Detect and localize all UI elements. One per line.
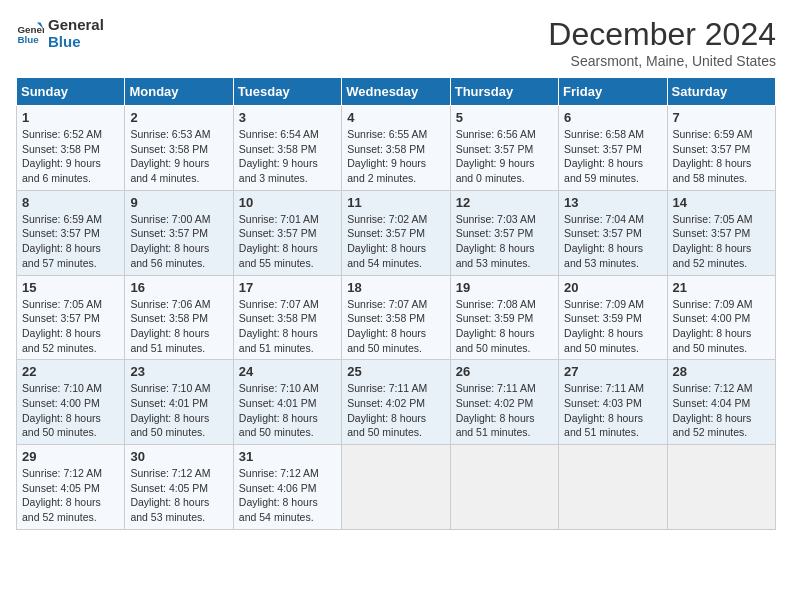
calendar-cell: 13Sunrise: 7:04 AMSunset: 3:57 PMDayligh… [559,190,667,275]
day-info: Sunrise: 7:05 AMSunset: 3:57 PMDaylight:… [22,297,119,356]
day-number: 29 [22,449,119,464]
day-number: 8 [22,195,119,210]
calendar-cell: 23Sunrise: 7:10 AMSunset: 4:01 PMDayligh… [125,360,233,445]
calendar-cell: 14Sunrise: 7:05 AMSunset: 3:57 PMDayligh… [667,190,775,275]
day-number: 14 [673,195,770,210]
calendar-cell: 21Sunrise: 7:09 AMSunset: 4:00 PMDayligh… [667,275,775,360]
calendar-cell: 7Sunrise: 6:59 AMSunset: 3:57 PMDaylight… [667,106,775,191]
day-number: 18 [347,280,444,295]
day-number: 27 [564,364,661,379]
calendar-cell [450,445,558,530]
day-number: 26 [456,364,553,379]
day-header-monday: Monday [125,78,233,106]
day-number: 10 [239,195,336,210]
calendar-cell: 25Sunrise: 7:11 AMSunset: 4:02 PMDayligh… [342,360,450,445]
day-number: 11 [347,195,444,210]
day-number: 9 [130,195,227,210]
calendar-cell: 12Sunrise: 7:03 AMSunset: 3:57 PMDayligh… [450,190,558,275]
day-info: Sunrise: 7:10 AMSunset: 4:01 PMDaylight:… [130,381,227,440]
day-header-saturday: Saturday [667,78,775,106]
day-number: 1 [22,110,119,125]
day-info: Sunrise: 7:09 AMSunset: 3:59 PMDaylight:… [564,297,661,356]
week-row-5: 29Sunrise: 7:12 AMSunset: 4:05 PMDayligh… [17,445,776,530]
day-number: 20 [564,280,661,295]
calendar-cell: 6Sunrise: 6:58 AMSunset: 3:57 PMDaylight… [559,106,667,191]
day-number: 25 [347,364,444,379]
main-title: December 2024 [548,16,776,53]
day-info: Sunrise: 6:55 AMSunset: 3:58 PMDaylight:… [347,127,444,186]
day-info: Sunrise: 7:07 AMSunset: 3:58 PMDaylight:… [239,297,336,356]
title-area: December 2024 Searsmont, Maine, United S… [548,16,776,69]
logo: General Blue General Blue [16,16,104,50]
calendar-cell: 8Sunrise: 6:59 AMSunset: 3:57 PMDaylight… [17,190,125,275]
day-number: 12 [456,195,553,210]
calendar-cell: 2Sunrise: 6:53 AMSunset: 3:58 PMDaylight… [125,106,233,191]
calendar-cell: 11Sunrise: 7:02 AMSunset: 3:57 PMDayligh… [342,190,450,275]
subtitle: Searsmont, Maine, United States [548,53,776,69]
calendar-cell: 4Sunrise: 6:55 AMSunset: 3:58 PMDaylight… [342,106,450,191]
day-info: Sunrise: 7:12 AMSunset: 4:06 PMDaylight:… [239,466,336,525]
logo-icon: General Blue [16,19,44,47]
day-info: Sunrise: 6:54 AMSunset: 3:58 PMDaylight:… [239,127,336,186]
calendar-cell: 18Sunrise: 7:07 AMSunset: 3:58 PMDayligh… [342,275,450,360]
day-number: 6 [564,110,661,125]
day-number: 7 [673,110,770,125]
day-info: Sunrise: 7:09 AMSunset: 4:00 PMDaylight:… [673,297,770,356]
calendar-cell: 30Sunrise: 7:12 AMSunset: 4:05 PMDayligh… [125,445,233,530]
day-info: Sunrise: 6:53 AMSunset: 3:58 PMDaylight:… [130,127,227,186]
day-number: 31 [239,449,336,464]
header: General Blue General Blue December 2024 … [16,16,776,69]
calendar-cell [342,445,450,530]
day-info: Sunrise: 6:52 AMSunset: 3:58 PMDaylight:… [22,127,119,186]
calendar-cell [559,445,667,530]
day-info: Sunrise: 7:05 AMSunset: 3:57 PMDaylight:… [673,212,770,271]
day-info: Sunrise: 7:02 AMSunset: 3:57 PMDaylight:… [347,212,444,271]
day-info: Sunrise: 7:08 AMSunset: 3:59 PMDaylight:… [456,297,553,356]
calendar-cell: 1Sunrise: 6:52 AMSunset: 3:58 PMDaylight… [17,106,125,191]
calendar-cell: 22Sunrise: 7:10 AMSunset: 4:00 PMDayligh… [17,360,125,445]
calendar-cell: 19Sunrise: 7:08 AMSunset: 3:59 PMDayligh… [450,275,558,360]
day-info: Sunrise: 7:07 AMSunset: 3:58 PMDaylight:… [347,297,444,356]
day-header-sunday: Sunday [17,78,125,106]
day-info: Sunrise: 6:56 AMSunset: 3:57 PMDaylight:… [456,127,553,186]
day-info: Sunrise: 6:58 AMSunset: 3:57 PMDaylight:… [564,127,661,186]
day-number: 4 [347,110,444,125]
svg-text:Blue: Blue [17,34,39,45]
calendar-cell: 20Sunrise: 7:09 AMSunset: 3:59 PMDayligh… [559,275,667,360]
calendar-table: SundayMondayTuesdayWednesdayThursdayFrid… [16,77,776,530]
day-info: Sunrise: 7:10 AMSunset: 4:00 PMDaylight:… [22,381,119,440]
day-number: 13 [564,195,661,210]
day-header-tuesday: Tuesday [233,78,341,106]
day-number: 28 [673,364,770,379]
day-number: 22 [22,364,119,379]
day-info: Sunrise: 7:10 AMSunset: 4:01 PMDaylight:… [239,381,336,440]
week-row-2: 8Sunrise: 6:59 AMSunset: 3:57 PMDaylight… [17,190,776,275]
calendar-cell: 5Sunrise: 6:56 AMSunset: 3:57 PMDaylight… [450,106,558,191]
day-number: 24 [239,364,336,379]
logo-text-blue: Blue [48,33,104,50]
day-header-wednesday: Wednesday [342,78,450,106]
calendar-cell: 9Sunrise: 7:00 AMSunset: 3:57 PMDaylight… [125,190,233,275]
calendar-cell: 16Sunrise: 7:06 AMSunset: 3:58 PMDayligh… [125,275,233,360]
day-info: Sunrise: 7:12 AMSunset: 4:05 PMDaylight:… [130,466,227,525]
day-info: Sunrise: 7:12 AMSunset: 4:05 PMDaylight:… [22,466,119,525]
day-info: Sunrise: 6:59 AMSunset: 3:57 PMDaylight:… [673,127,770,186]
week-row-3: 15Sunrise: 7:05 AMSunset: 3:57 PMDayligh… [17,275,776,360]
day-number: 23 [130,364,227,379]
day-number: 30 [130,449,227,464]
day-number: 17 [239,280,336,295]
day-info: Sunrise: 7:00 AMSunset: 3:57 PMDaylight:… [130,212,227,271]
day-info: Sunrise: 7:12 AMSunset: 4:04 PMDaylight:… [673,381,770,440]
logo-text-general: General [48,16,104,33]
day-header-friday: Friday [559,78,667,106]
day-info: Sunrise: 7:11 AMSunset: 4:03 PMDaylight:… [564,381,661,440]
calendar-cell: 17Sunrise: 7:07 AMSunset: 3:58 PMDayligh… [233,275,341,360]
calendar-cell: 31Sunrise: 7:12 AMSunset: 4:06 PMDayligh… [233,445,341,530]
day-info: Sunrise: 7:11 AMSunset: 4:02 PMDaylight:… [347,381,444,440]
calendar-cell: 10Sunrise: 7:01 AMSunset: 3:57 PMDayligh… [233,190,341,275]
day-number: 2 [130,110,227,125]
day-info: Sunrise: 6:59 AMSunset: 3:57 PMDaylight:… [22,212,119,271]
calendar-cell: 26Sunrise: 7:11 AMSunset: 4:02 PMDayligh… [450,360,558,445]
day-info: Sunrise: 7:04 AMSunset: 3:57 PMDaylight:… [564,212,661,271]
calendar-cell [667,445,775,530]
